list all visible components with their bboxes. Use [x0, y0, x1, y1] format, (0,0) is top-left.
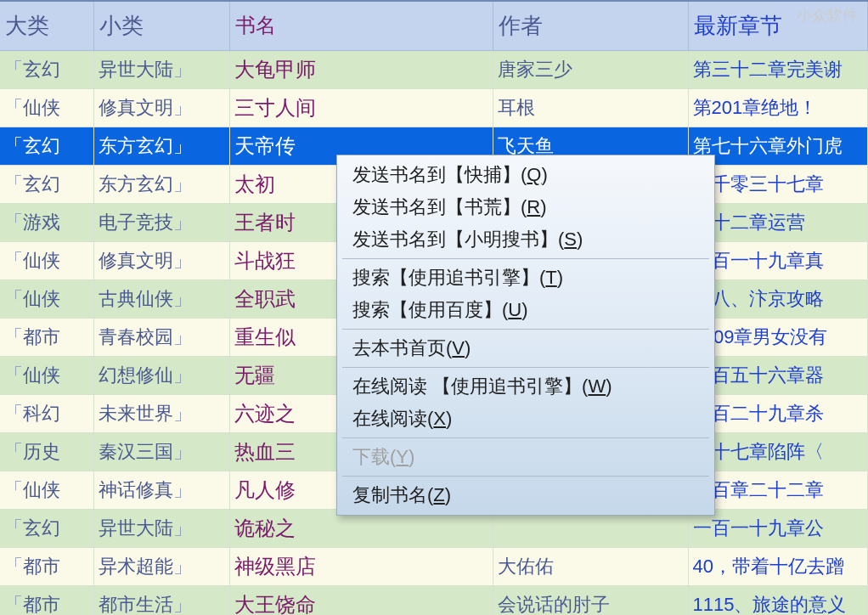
header-author[interactable]: 作者	[493, 1, 688, 50]
cell-category-main: 「仙侠	[0, 279, 93, 318]
watermark-text: 小众软件	[797, 5, 858, 25]
menu-item[interactable]: 去本书首页(V)	[337, 332, 714, 364]
menu-item[interactable]: 发送书名到【书荒】(R)	[337, 191, 714, 223]
cell-category-main: 「游戏	[0, 203, 93, 241]
cell-category-sub: 未来世界」	[93, 394, 229, 432]
cell-author: 唐家三少	[493, 50, 688, 88]
table-row[interactable]: 「仙侠修真文明」三寸人间耳根第201章绝地！	[0, 88, 868, 127]
cell-category-sub: 秦汉三国」	[93, 432, 229, 471]
cell-latest-chapter: 第201章绝地！	[688, 88, 868, 127]
cell-category-sub: 异术超能」	[93, 547, 229, 585]
cell-title: 神级黑店	[229, 547, 493, 585]
header-category-main[interactable]: 大类	[0, 1, 93, 50]
context-menu: 发送书名到【快捕】(Q)发送书名到【书荒】(R)发送书名到【小明搜书】(S)搜索…	[336, 155, 715, 516]
menu-separator	[342, 367, 709, 368]
cell-category-sub: 青春校园」	[93, 318, 229, 356]
menu-separator	[342, 329, 709, 330]
cell-latest-chapter: 第三十二章完美谢	[688, 50, 868, 88]
cell-category-sub: 东方玄幻」	[93, 127, 229, 165]
cell-category-main: 「都市	[0, 585, 93, 615]
cell-category-main: 「仙侠	[0, 471, 93, 509]
table-row[interactable]: 「都市异术超能」神级黑店大佑佑40，带着十亿去蹭	[0, 547, 868, 585]
menu-separator	[342, 476, 709, 477]
header-title[interactable]: 书名	[229, 1, 493, 50]
cell-category-main: 「玄幻	[0, 165, 93, 203]
cell-title: 大龟甲师	[229, 50, 493, 88]
cell-category-main: 「仙侠	[0, 356, 93, 394]
cell-category-sub: 修真文明」	[93, 241, 229, 279]
menu-item[interactable]: 发送书名到【小明搜书】(S)	[337, 223, 714, 256]
cell-category-main: 「都市	[0, 547, 93, 585]
cell-author: 耳根	[493, 88, 688, 127]
cell-author: 大佑佑	[493, 547, 688, 585]
cell-category-sub: 修真文明」	[93, 88, 229, 127]
menu-item[interactable]: 复制书名(Z)	[337, 479, 714, 511]
cell-title: 三寸人间	[229, 88, 493, 127]
cell-category-main: 「玄幻	[0, 509, 93, 547]
cell-category-main: 「玄幻	[0, 50, 93, 88]
menu-item[interactable]: 搜索【使用追书引擎】(T)	[337, 262, 714, 294]
table-row[interactable]: 「都市都市生活」大王饶命会说话的肘子1115、旅途的意义	[0, 585, 868, 615]
menu-item[interactable]: 在线阅读 【使用追书引擎】(W)	[337, 370, 714, 403]
cell-latest-chapter: 40，带着十亿去蹭	[688, 547, 868, 585]
cell-title: 大王饶命	[229, 585, 493, 615]
menu-item[interactable]: 在线阅读(X)	[337, 403, 714, 435]
cell-category-main: 「历史	[0, 432, 93, 471]
cell-latest-chapter: 1115、旅途的意义	[688, 585, 868, 615]
menu-item[interactable]: 搜索【使用百度】(U)	[337, 294, 714, 326]
header-category-sub[interactable]: 小类	[93, 1, 229, 50]
cell-category-sub: 异世大陆」	[93, 50, 229, 88]
cell-category-sub: 异世大陆」	[93, 509, 229, 547]
table-header-row: 大类 小类 书名 作者 最新章节	[0, 1, 868, 50]
cell-category-main: 「仙侠	[0, 88, 93, 127]
menu-separator	[342, 437, 709, 438]
menu-separator	[342, 258, 709, 259]
cell-category-sub: 电子竞技」	[93, 203, 229, 241]
cell-author: 会说话的肘子	[493, 585, 688, 615]
menu-item[interactable]: 发送书名到【快捕】(Q)	[337, 159, 714, 191]
cell-category-main: 「科幻	[0, 394, 93, 432]
cell-category-sub: 东方玄幻」	[93, 165, 229, 203]
cell-category-sub: 幻想修仙」	[93, 356, 229, 394]
cell-category-main: 「仙侠	[0, 241, 93, 279]
cell-category-main: 「玄幻	[0, 127, 93, 165]
cell-category-sub: 都市生活」	[93, 585, 229, 615]
table-row[interactable]: 「玄幻异世大陆」大龟甲师唐家三少第三十二章完美谢	[0, 50, 868, 88]
cell-category-sub: 神话修真」	[93, 471, 229, 509]
cell-category-main: 「都市	[0, 318, 93, 356]
menu-item: 下载(Y)	[337, 441, 714, 473]
cell-category-sub: 古典仙侠」	[93, 279, 229, 318]
